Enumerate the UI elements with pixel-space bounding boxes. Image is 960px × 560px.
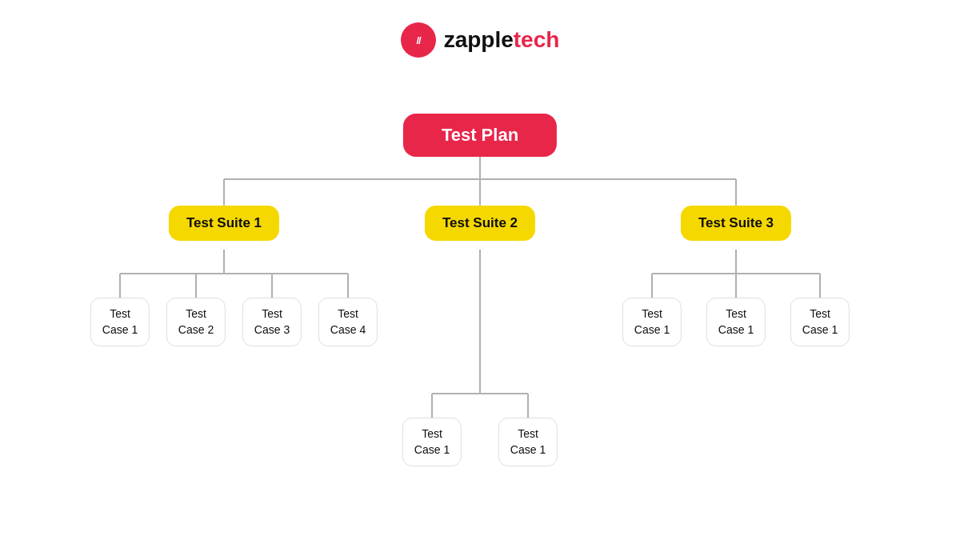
suite2-node: Test Suite 2 [425, 206, 535, 241]
suite1-case4: TestCase 4 [318, 298, 378, 346]
suite3-node: Test Suite 3 [681, 206, 791, 241]
tree-diagram: Test Plan Test Suite 1 Test Suite 2 Test… [40, 82, 920, 530]
logo-text: zappletech [444, 27, 560, 53]
suite1-label: Test Suite 1 [169, 206, 279, 241]
logo-icon: // [401, 22, 436, 58]
test-plan-label: Test Plan [403, 114, 557, 157]
logo-name-part1: zapple [444, 27, 514, 52]
suite2-case2: TestCase 1 [498, 418, 558, 466]
suite3-case1: TestCase 1 [622, 298, 682, 346]
logo-name-part2: tech [514, 27, 560, 52]
suite1-case2: TestCase 2 [166, 298, 226, 346]
suite3-label: Test Suite 3 [681, 206, 791, 241]
suite1-case3: TestCase 3 [242, 298, 302, 346]
suite1-case1: TestCase 1 [90, 298, 150, 346]
header: // zappletech [401, 22, 560, 58]
suite3-case2: TestCase 1 [706, 298, 766, 346]
root-node: Test Plan [403, 114, 557, 157]
suite2-case1: TestCase 1 [402, 418, 462, 466]
suite2-label: Test Suite 2 [425, 206, 535, 241]
suite3-case3: TestCase 1 [790, 298, 850, 346]
suite1-node: Test Suite 1 [169, 206, 279, 241]
